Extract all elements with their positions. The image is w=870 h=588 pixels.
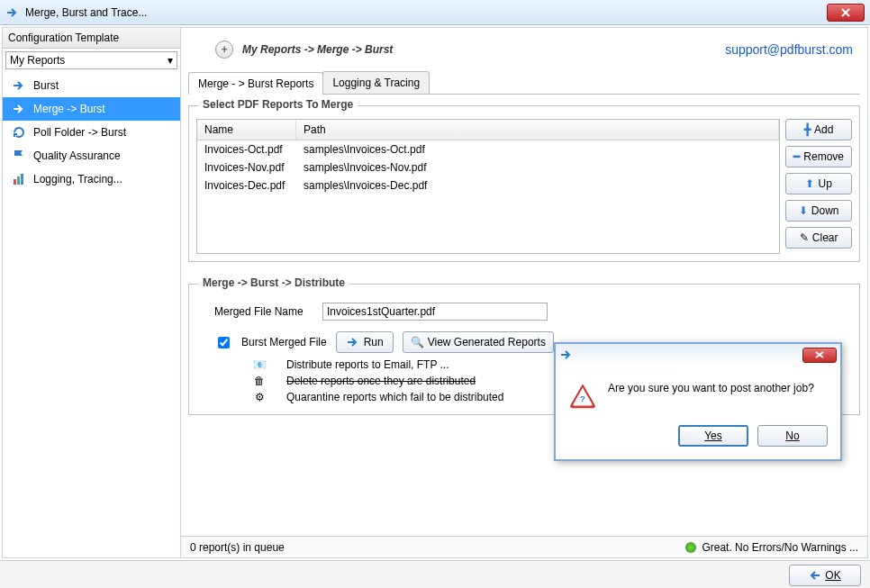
dialog-no-button[interactable]: No	[757, 425, 828, 447]
merged-filename-label: Merged File Name	[214, 305, 313, 318]
svg-rect-2	[21, 174, 23, 185]
clear-button[interactable]: ✎Clear	[785, 227, 852, 249]
sidebar-item-label: Merge -> Burst	[33, 103, 105, 115]
window-close-button[interactable]	[827, 4, 865, 22]
sidebar-item-label: Quality Assurance	[33, 149, 121, 162]
table-row[interactable]: Invoices-Dec.pdfsamples\Invoices-Dec.pdf	[197, 176, 779, 194]
cell-path: samples\Invoices-Oct.pdf	[304, 143, 772, 156]
distribute-text: Delete reports once they are distributed	[286, 375, 476, 387]
close-icon	[815, 351, 824, 358]
cell-path: samples\Invoices-Nov.pdf	[304, 161, 772, 174]
view-reports-button[interactable]: 🔍 View Generated Reports	[403, 331, 554, 353]
distribute-text: Quarantine reports which fail to be dist…	[286, 391, 503, 403]
tab-1[interactable]: Logging & Tracing	[322, 71, 430, 94]
dialog-close-button[interactable]	[802, 348, 837, 363]
sidebar-item-burst[interactable]: Burst	[3, 74, 180, 97]
up-button[interactable]: ⬆Up	[785, 173, 852, 194]
arrow-right-icon	[12, 78, 26, 93]
breadcrumb-text: My Reports -> Merge -> Burst	[242, 43, 393, 56]
dropdown-value: My Reports	[10, 54, 65, 67]
run-button[interactable]: Run	[336, 331, 394, 353]
trash-icon: 🗑	[250, 375, 268, 387]
distribute-text: Distribute reports to Email, FTP ...	[286, 358, 449, 371]
close-icon	[840, 8, 851, 17]
queue-count: 0 report(s) in queue	[190, 541, 285, 554]
binoculars-icon: 🔍	[411, 336, 424, 348]
mail-icon: 📧	[250, 358, 268, 371]
window-title: Merge, Burst and Trace...	[25, 6, 147, 19]
cell-path: samples\Invoices-Dec.pdf	[304, 179, 772, 192]
ok-arrow-icon	[809, 570, 821, 581]
merge-legend: Select PDF Reports To Merge	[198, 98, 358, 111]
arrow-right-icon	[12, 102, 26, 116]
quarantine-icon: ⚙	[250, 391, 268, 403]
chevron-down-icon: ▾	[168, 54, 173, 67]
sidebar-item-quality-assurance[interactable]: Quality Assurance	[3, 144, 180, 167]
bottom-bar: OK	[0, 560, 870, 588]
sidebar-item-label: Logging, Tracing...	[33, 173, 122, 185]
add-button[interactable]: ╋Add	[785, 119, 852, 140]
arrow-down-icon: ⬇	[799, 204, 808, 217]
svg-rect-0	[14, 179, 16, 185]
sidebar: Configuration Template My Reports ▾ Burs…	[3, 28, 181, 557]
app-icon	[5, 5, 20, 20]
ok-button[interactable]: OK	[789, 565, 861, 586]
file-table[interactable]: Name Path Invoices-Oct.pdfsamples\Invoic…	[196, 119, 780, 254]
sidebar-item-poll-folder-burst[interactable]: Poll Folder -> Burst	[3, 121, 180, 144]
warning-icon: ?	[568, 382, 597, 411]
template-dropdown[interactable]: My Reports ▾	[5, 51, 177, 69]
support-link[interactable]: support@pdfburst.com	[725, 42, 853, 57]
minus-icon: ━	[793, 150, 800, 163]
col-name[interactable]: Name	[197, 120, 296, 140]
dialog-icon	[559, 348, 574, 362]
cell-name: Invoices-Oct.pdf	[204, 143, 304, 156]
tab-0[interactable]: Merge - > Burst Reports	[188, 72, 323, 95]
chart-icon	[12, 172, 26, 186]
confirm-dialog: ? Are you sure you want to post another …	[554, 342, 842, 461]
dialog-message: Are you sure you want to post another jo…	[608, 382, 814, 394]
table-row[interactable]: Invoices-Oct.pdfsamples\Invoices-Oct.pdf	[197, 140, 779, 158]
cell-name: Invoices-Nov.pdf	[204, 161, 304, 174]
burst-merged-label: Burst Merged File	[241, 336, 327, 348]
table-row[interactable]: Invoices-Nov.pdfsamples\Invoices-Nov.pdf	[197, 158, 779, 176]
status-ok-icon	[685, 542, 696, 553]
plus-icon[interactable]: +	[215, 41, 233, 59]
arrow-up-icon: ⬆	[805, 177, 814, 190]
refresh-icon	[12, 125, 26, 140]
main-panel: + My Reports -> Merge -> Burst support@p…	[181, 28, 867, 557]
run-icon	[346, 335, 360, 349]
remove-button[interactable]: ━Remove	[785, 146, 852, 167]
burst-merged-checkbox[interactable]	[218, 337, 230, 348]
sidebar-item-merge-burst[interactable]: Merge -> Burst	[3, 97, 180, 121]
cell-name: Invoices-Dec.pdf	[204, 179, 304, 192]
merge-group: Select PDF Reports To Merge Name Path In…	[188, 105, 860, 262]
dialog-yes-button[interactable]: Yes	[678, 425, 748, 447]
flag-icon	[12, 149, 26, 163]
tabs: Merge - > Burst ReportsLogging & Tracing	[188, 71, 860, 95]
svg-text:?: ?	[580, 394, 585, 403]
sidebar-item-label: Poll Folder -> Burst	[33, 126, 126, 139]
breadcrumb: + My Reports -> Merge -> Burst	[215, 41, 393, 59]
sidebar-item-label: Burst	[33, 79, 59, 92]
down-button[interactable]: ⬇Down	[785, 200, 852, 222]
status-bar: 0 report(s) in queue Great. No Errors/No…	[181, 536, 867, 557]
col-path[interactable]: Path	[296, 120, 779, 140]
clear-icon: ✎	[800, 231, 809, 244]
sidebar-item-logging-tracing-[interactable]: Logging, Tracing...	[3, 167, 180, 191]
sidebar-header: Configuration Template	[3, 28, 180, 49]
merged-filename-input[interactable]	[322, 303, 548, 321]
plus-icon: ╋	[804, 123, 811, 136]
distribute-legend: Merge -> Burst -> Distribute	[198, 276, 349, 289]
status-message: Great. No Errors/No Warnings ...	[702, 541, 858, 554]
title-bar: Merge, Burst and Trace...	[0, 0, 870, 25]
svg-rect-1	[17, 176, 20, 185]
